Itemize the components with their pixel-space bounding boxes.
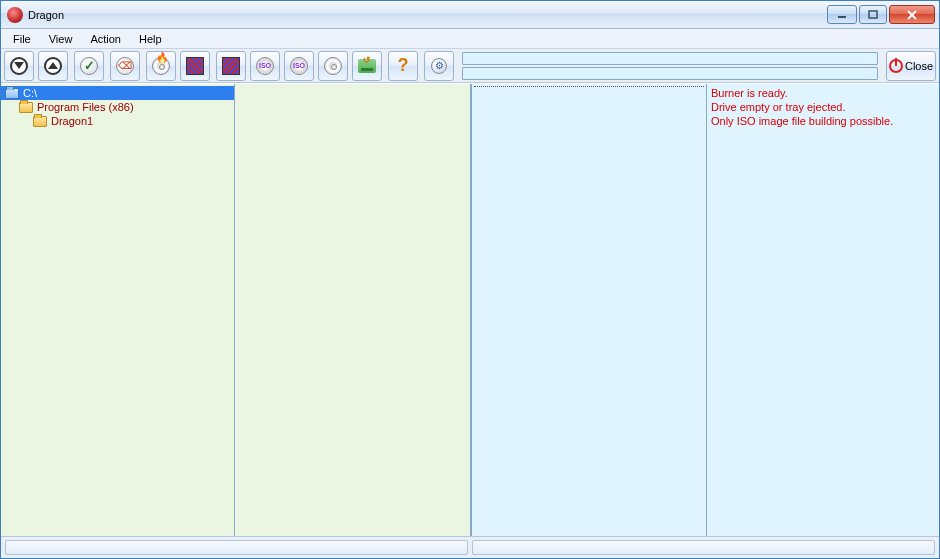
message-line: Drive empty or tray ejected. [711, 100, 935, 114]
up-button[interactable] [38, 51, 68, 81]
minimize-button[interactable] [827, 5, 857, 24]
iso-burn-icon: ISO [290, 57, 308, 75]
titlebar: Dragon [1, 1, 939, 29]
menu-action[interactable]: Action [82, 30, 129, 48]
toolbar: ISO ISO ? ⚙ Close [1, 49, 939, 83]
menu-file[interactable]: File [5, 30, 39, 48]
content-area: C:\Program Files (x86)Dragon1 Burner is … [1, 83, 939, 536]
folder-icon [5, 88, 19, 99]
iso-burn-button[interactable]: ISO [284, 51, 314, 81]
status-cell-1 [5, 540, 468, 555]
power-icon [889, 59, 903, 73]
erase-icon [116, 57, 134, 75]
matrix-button-2[interactable] [216, 51, 246, 81]
close-label: Close [905, 60, 933, 72]
folder-icon [19, 102, 33, 113]
help-icon: ? [394, 57, 412, 75]
message-line: Only ISO image file building possible. [711, 114, 935, 128]
tree-row[interactable]: Dragon1 [1, 114, 234, 128]
check-icon [80, 57, 98, 75]
svg-line-2 [908, 11, 916, 19]
burn-disc-icon [152, 57, 170, 75]
svg-line-3 [908, 11, 916, 19]
down-button[interactable] [4, 51, 34, 81]
toolbar-status-fields [462, 52, 878, 80]
window-close-button[interactable] [889, 5, 935, 24]
close-app-button[interactable]: Close [886, 51, 936, 81]
close-icon [906, 10, 918, 20]
menubar: File View Action Help [1, 29, 939, 49]
message-pane: Burner is ready.Drive empty or tray ejec… [707, 84, 939, 536]
tree-label: C:\ [23, 87, 37, 99]
disc-copy-button[interactable] [318, 51, 348, 81]
gear-icon: ⚙ [431, 58, 447, 74]
maximize-icon [868, 10, 878, 20]
folder-tree-pane[interactable]: C:\Program Files (x86)Dragon1 [1, 84, 235, 536]
iso-icon: ISO [256, 57, 274, 75]
tree-label: Dragon1 [51, 115, 93, 127]
matrix-icon-2 [222, 57, 240, 75]
source-list-pane[interactable] [235, 84, 471, 536]
matrix-button-1[interactable] [180, 51, 210, 81]
tree-row[interactable]: C:\ [1, 86, 234, 100]
app-window: Dragon File View Action Help ISO ISO [0, 0, 940, 559]
eject-button[interactable] [352, 51, 382, 81]
minimize-icon [837, 10, 847, 20]
app-icon [7, 7, 23, 23]
settings-button[interactable]: ⚙ [424, 51, 454, 81]
statusbar [1, 536, 939, 558]
burn-button[interactable] [146, 51, 176, 81]
status-field-1 [462, 52, 878, 65]
arrow-down-icon [10, 57, 28, 75]
compilation-list-pane[interactable] [471, 84, 707, 536]
message-line: Burner is ready. [711, 86, 935, 100]
erase-button[interactable] [110, 51, 140, 81]
svg-rect-1 [869, 11, 877, 18]
tree-row[interactable]: Program Files (x86) [1, 100, 234, 114]
menu-help[interactable]: Help [131, 30, 170, 48]
status-field-2 [462, 67, 878, 80]
arrow-up-icon [44, 57, 62, 75]
disc-icon [324, 57, 342, 75]
tree-label: Program Files (x86) [37, 101, 134, 113]
window-title: Dragon [28, 9, 64, 21]
menu-view[interactable]: View [41, 30, 81, 48]
verify-button[interactable] [74, 51, 104, 81]
eject-icon [358, 59, 376, 73]
folder-icon [33, 116, 47, 127]
help-button[interactable]: ? [388, 51, 418, 81]
maximize-button[interactable] [859, 5, 887, 24]
matrix-icon [186, 57, 204, 75]
status-cell-2 [472, 540, 935, 555]
window-buttons [825, 5, 935, 24]
iso-build-button[interactable]: ISO [250, 51, 280, 81]
